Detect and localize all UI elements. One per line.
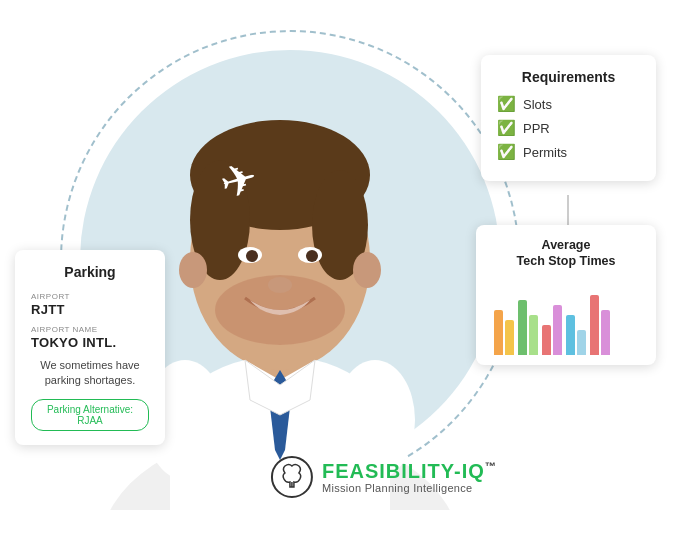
req-item-slots: ✅ Slots <box>497 95 640 113</box>
bar <box>494 310 503 355</box>
req-item-ppr: ✅ PPR <box>497 119 640 137</box>
brand-container: FEASIBILITY-IQ™ Mission Planning Intelli… <box>270 455 497 499</box>
airport-code: RJTT <box>31 302 149 317</box>
requirements-card: Requirements ✅ Slots ✅ PPR ✅ Permits <box>481 55 656 181</box>
bar-group <box>566 315 586 355</box>
brand-dash: - <box>454 460 462 482</box>
bar-chart <box>490 280 642 355</box>
bar <box>601 310 610 355</box>
check-icon-ppr: ✅ <box>497 119 516 137</box>
bar <box>529 315 538 355</box>
svg-point-11 <box>306 250 318 262</box>
brand-name: FEASIBILITY-IQ™ <box>322 460 497 482</box>
airport-label: Airport <box>31 292 149 301</box>
check-icon-permits: ✅ <box>497 143 516 161</box>
req-item-permits: ✅ Permits <box>497 143 640 161</box>
tech-stop-card: AverageTech Stop Times <box>476 225 656 365</box>
brand-name-part1: FEASIBILITY <box>322 460 454 482</box>
parking-note: We sometimes have parking shortages. <box>31 358 149 389</box>
brand-tagline: Mission Planning Intelligence <box>322 482 497 494</box>
bar <box>590 295 599 355</box>
req-label-ppr: PPR <box>523 121 550 136</box>
svg-point-21 <box>272 457 312 497</box>
bar-group <box>494 310 514 355</box>
airport-name: TOKYO INTL. <box>31 335 149 350</box>
bar <box>553 305 562 355</box>
tech-stop-title: AverageTech Stop Times <box>490 237 642 270</box>
req-label-slots: Slots <box>523 97 552 112</box>
svg-point-6 <box>179 252 207 288</box>
brand-icon <box>270 455 314 499</box>
bar <box>566 315 575 355</box>
airport-name-label: Airport Name <box>31 325 149 334</box>
parking-card: Parking Airport RJTT Airport Name TOKYO … <box>15 250 165 445</box>
svg-point-7 <box>353 252 381 288</box>
bar <box>518 300 527 355</box>
svg-point-10 <box>246 250 258 262</box>
check-icon-slots: ✅ <box>497 95 516 113</box>
bar-group <box>518 300 538 355</box>
bar <box>577 330 586 355</box>
brand-iq: IQ <box>462 460 485 482</box>
parking-title: Parking <box>31 264 149 280</box>
parking-alternative-button[interactable]: Parking Alternative: RJAA <box>31 399 149 431</box>
req-label-permits: Permits <box>523 145 567 160</box>
bar <box>505 320 514 355</box>
bar-group <box>590 295 610 355</box>
requirements-title: Requirements <box>497 69 640 85</box>
svg-point-13 <box>268 277 292 293</box>
brand-text: FEASIBILITY-IQ™ Mission Planning Intelli… <box>322 460 497 494</box>
bar-group <box>542 305 562 355</box>
bar <box>542 325 551 355</box>
